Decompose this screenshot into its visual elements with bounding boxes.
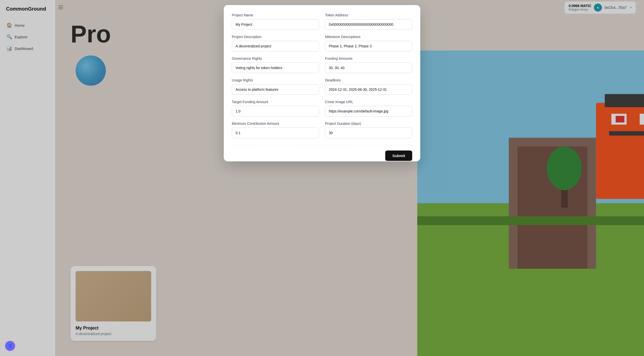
form-group-cover-image: Cover Image URL xyxy=(325,100,412,116)
form-group-target-funding: Target Funding Amount xyxy=(232,100,319,116)
form-group-project-name: Project Name xyxy=(232,13,319,30)
input-deadlines[interactable] xyxy=(325,84,412,95)
input-project-description[interactable] xyxy=(232,41,319,51)
user-avatar-bottom[interactable]: 👤 xyxy=(5,341,15,351)
user-avatar-icon: 👤 xyxy=(8,344,13,348)
label-token-address: Token Address xyxy=(325,13,412,17)
form-group-token-address: Token Address xyxy=(325,13,412,30)
label-cover-image: Cover Image URL xyxy=(325,100,412,104)
form-group-governance-rights: Governance Rights xyxy=(232,56,319,73)
form-group-project-duration: Project Duration (days) xyxy=(325,122,412,138)
input-min-contribution[interactable] xyxy=(232,128,319,138)
input-governance-rights[interactable] xyxy=(232,63,319,73)
input-project-name[interactable] xyxy=(232,19,319,30)
form-group-deadlines: Deadlines xyxy=(325,78,412,95)
input-project-duration[interactable] xyxy=(325,128,412,138)
label-milestone-descriptions: Milestone Descriptions xyxy=(325,35,412,39)
label-usage-rights: Usage Rights xyxy=(232,78,319,82)
label-target-funding: Target Funding Amount xyxy=(232,100,319,104)
form-group-min-contribution: Minimum Contribution Amount xyxy=(232,122,319,138)
label-deadlines: Deadlines xyxy=(325,78,412,82)
modal-footer: Submit xyxy=(232,145,412,161)
label-project-description: Project Description xyxy=(232,35,319,39)
submit-button[interactable]: Submit xyxy=(385,151,412,161)
form-grid: Project Name Token Address Project Descr… xyxy=(232,13,412,138)
input-cover-image[interactable] xyxy=(325,106,412,116)
input-token-address[interactable] xyxy=(325,19,412,30)
form-group-milestone-descriptions: Milestone Descriptions xyxy=(325,35,412,51)
create-project-modal: Project Name Token Address Project Descr… xyxy=(224,5,420,161)
form-group-usage-rights: Usage Rights xyxy=(232,78,319,95)
label-project-name: Project Name xyxy=(232,13,319,17)
input-funding-amounts[interactable] xyxy=(325,63,412,73)
label-project-duration: Project Duration (days) xyxy=(325,122,412,126)
label-funding-amounts: Funding Amounts xyxy=(325,56,412,61)
form-group-project-description: Project Description xyxy=(232,35,319,51)
modal-overlay: Project Name Token Address Project Descr… xyxy=(0,0,644,356)
input-target-funding[interactable] xyxy=(232,106,319,116)
label-governance-rights: Governance Rights xyxy=(232,56,319,61)
input-usage-rights[interactable] xyxy=(232,84,319,95)
label-min-contribution: Minimum Contribution Amount xyxy=(232,122,319,126)
form-group-funding-amounts: Funding Amounts xyxy=(325,56,412,73)
input-milestone-descriptions[interactable] xyxy=(325,41,412,51)
